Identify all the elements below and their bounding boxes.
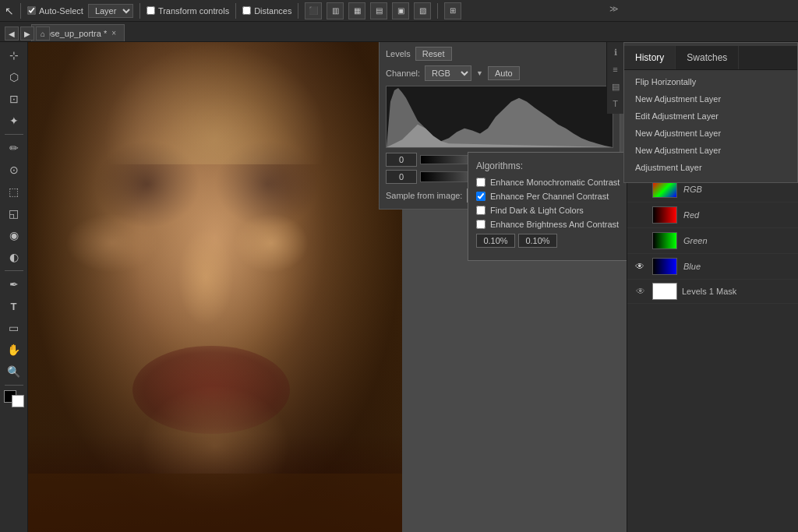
layer-dropdown-item[interactable]: Layer (88, 4, 133, 18)
history-dropdown: History Swatches Flip Horizontally New A… (623, 42, 798, 183)
align-top-icon[interactable]: ▤ (370, 2, 387, 19)
input-low-field[interactable]: 0 (386, 153, 417, 167)
portrait-image (28, 42, 402, 532)
gradient-tool[interactable]: ◱ (4, 203, 24, 224)
dodge-tool[interactable]: ◐ (4, 247, 24, 267)
right-icon-bar: ℹ ≡ ▤ T (606, 42, 623, 114)
blur-tool[interactable]: ◉ (4, 225, 24, 245)
history-tab[interactable]: History (624, 46, 676, 69)
text-tool[interactable]: T (4, 296, 24, 316)
layers-icon[interactable]: ▤ (609, 79, 623, 93)
close-tab-button[interactable]: × (111, 29, 116, 37)
rgb-label: RGB (683, 185, 702, 194)
top-toolbar: ↖ Auto-Select Layer Transform controls D… (0, 0, 798, 22)
swatches-tab[interactable]: Swatches (676, 46, 739, 69)
hand-tool[interactable]: ✋ (4, 340, 24, 360)
expand-icon[interactable]: ≫ (609, 3, 619, 14)
blue-visibility-icon[interactable]: 👁 (634, 260, 646, 273)
tab-bar: ◀ ▶ ⌂ close_up_portra * × (0, 22, 798, 42)
history-item-2[interactable]: Edit Adjustment Layer (624, 107, 797, 125)
layer-dropdown[interactable]: Layer (88, 4, 133, 18)
text-icon[interactable]: T (609, 97, 623, 111)
channel-row-red[interactable]: 👁 Red (627, 203, 798, 228)
distances-checkbox[interactable] (242, 6, 251, 15)
green-thumbnail (652, 232, 677, 249)
eyedropper-tool[interactable]: ✦ (4, 111, 24, 131)
red-thumbnail (652, 206, 677, 224)
levels-row: Levels Reset (386, 47, 613, 61)
alg3-label: Find Dark & Light Colors (490, 206, 584, 215)
align-bottom-icon[interactable]: ▧ (414, 2, 431, 19)
channel-row-blue[interactable]: 👁 Blue (627, 254, 798, 280)
blue-label: Blue (683, 262, 701, 271)
reset-button[interactable]: Reset (415, 47, 452, 61)
history-item-1[interactable]: New Adjustment Layer (624, 90, 797, 107)
channel-row: Channel: RGB Red Green Blue ▼ Auto (386, 65, 613, 81)
levels-label: Levels (386, 49, 411, 58)
auto-select-checkbox-item[interactable]: Auto-Select (27, 6, 83, 16)
align-center-h-icon[interactable]: ▥ (327, 2, 344, 19)
distances-item[interactable]: Distances (242, 6, 291, 16)
clone-tool[interactable]: ⊙ (4, 160, 24, 180)
alg2-label: Enhance Per Channel Contrast (490, 192, 609, 201)
output-low-field[interactable]: 0 (386, 170, 417, 184)
percent1-input[interactable]: 0.10% (476, 234, 515, 248)
selection-tool[interactable]: ⊹ (4, 45, 24, 65)
red-label: Red (683, 210, 699, 220)
pen-tool[interactable]: ✒ (4, 274, 24, 294)
history-item-4[interactable]: New Adjustment Layer (624, 142, 797, 159)
levels-mask-row[interactable]: 👁 Levels 1 Mask (627, 280, 798, 304)
mask-name: Levels 1 Mask (682, 287, 736, 296)
history-item-5[interactable]: Adjustment Layer (624, 159, 797, 176)
transform-controls-checkbox[interactable] (147, 6, 155, 15)
eraser-tool[interactable]: ⬚ (4, 181, 24, 202)
background-color[interactable] (12, 395, 24, 407)
info-icon[interactable]: ℹ (609, 45, 623, 59)
mask-visibility-icon[interactable]: 👁 (634, 284, 648, 298)
alg4-label: Enhance Brightness And Contrast (490, 220, 619, 229)
channel-select[interactable]: RGB Red Green Blue (425, 65, 471, 81)
align-right-icon[interactable]: ▦ (348, 2, 365, 19)
left-toolbar: ⊹ ⬡ ⊡ ✦ ✏ ⊙ ⬚ ◱ ◉ ◐ ✒ T ▭ ✋ 🔍 (0, 42, 28, 532)
menu-icon[interactable]: ≡ (609, 62, 623, 76)
history-tabrow: History Swatches (624, 46, 797, 70)
channels-panel: Channels Paths 👁 RGB 👁 Red 👁 Green 👁 Blu… (627, 156, 798, 532)
history-item-3[interactable]: New Adjustment Layer (624, 125, 797, 142)
distances-label: Distances (254, 6, 291, 16)
alg1-checkbox[interactable] (476, 178, 486, 187)
lasso-tool[interactable]: ⬡ (4, 67, 24, 87)
channel-label: Channel: (386, 69, 420, 78)
align-left-icon[interactable]: ⬛ (305, 2, 322, 19)
auto-select-checkbox[interactable] (27, 6, 36, 15)
crop-tool[interactable]: ⊡ (4, 89, 24, 109)
histogram-container (386, 86, 613, 148)
histogram-svg (387, 86, 613, 147)
auto-button[interactable]: Auto (488, 66, 520, 80)
mask-thumbnail (652, 283, 677, 300)
home-icon[interactable]: ⌂ (36, 26, 50, 41)
align-center-v-icon[interactable]: ▣ (392, 2, 409, 19)
channel-dropdown-icon: ▼ (476, 69, 483, 77)
alg2-checkbox[interactable] (476, 192, 486, 201)
history-item-0[interactable]: Flip Horizontally (624, 73, 797, 90)
rgb-thumbnail (652, 181, 677, 198)
toolbar-move-tool: ↖ (5, 5, 14, 17)
percent2-input[interactable]: 0.10% (518, 234, 557, 248)
channel-row-green[interactable]: 👁 Green (627, 228, 798, 254)
sample-label: Sample from image: (386, 191, 462, 200)
tab-back-icon[interactable]: ◀ (5, 26, 19, 41)
alg3-checkbox[interactable] (476, 206, 486, 215)
transform-controls-label: Transform controls (158, 6, 229, 16)
brush-tool[interactable]: ✏ (4, 138, 24, 158)
shape-tool[interactable]: ▭ (4, 318, 24, 338)
right-panel: History Swatches Flip Horizontally New A… (627, 0, 798, 532)
distribute-icon[interactable]: ⊞ (444, 2, 461, 19)
tab-forward-icon[interactable]: ▶ (20, 26, 34, 41)
zoom-tool[interactable]: 🔍 (4, 361, 24, 382)
transform-controls-item[interactable]: Transform controls (147, 6, 229, 16)
auto-select-label: Auto-Select (39, 6, 83, 16)
alg1-label: Enhance Monochromatic Contrast (490, 178, 620, 187)
green-label: Green (683, 236, 708, 245)
history-items: Flip Horizontally New Adjustment Layer E… (624, 70, 797, 179)
alg4-checkbox[interactable] (476, 220, 486, 229)
